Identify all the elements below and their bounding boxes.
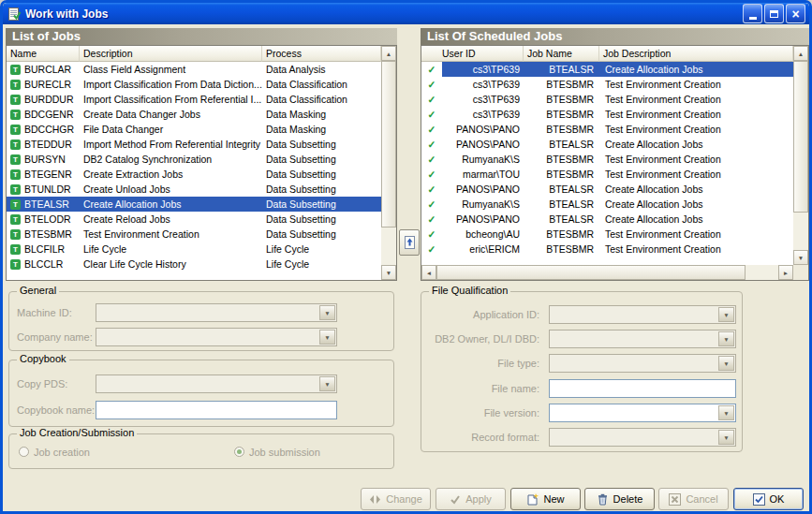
job-row[interactable]: TBURECLRImport Classification From Data … xyxy=(7,77,381,92)
scheduled-job-row[interactable]: ✓cs3\TP639BTESBMRTest Environment Creati… xyxy=(421,107,793,122)
new-button-label: New xyxy=(543,493,564,505)
scrollbar-thumb[interactable] xyxy=(436,265,746,280)
delete-icon xyxy=(597,493,609,506)
job-process-text: Data Subsetting xyxy=(262,182,381,197)
job-row[interactable]: TBTELODRCreate Reload JobsData Subsettin… xyxy=(7,212,381,227)
scheduled-job-row[interactable]: ✓bcheong\AUBTESBMRTest Environment Creat… xyxy=(421,227,793,242)
application-id-label: Application ID: xyxy=(429,305,539,324)
scheduled-job-cells: PANOS\PANOBTEALSRCreate Allocation Jobs xyxy=(442,137,793,152)
combo-arrow-icon: ▼ xyxy=(718,331,734,346)
job-row[interactable]: TBURDDURImport Classification From Refer… xyxy=(7,92,381,107)
job-name-cell: TBURSYN xyxy=(7,152,80,167)
job-name-cell: TBTELODR xyxy=(7,212,80,227)
job-type-icon: T xyxy=(10,65,21,75)
job-row[interactable]: TBLCFILRLife CycleLife Cycle xyxy=(7,242,381,257)
close-button[interactable]: × xyxy=(786,4,805,23)
scroll-down-button[interactable]: ▼ xyxy=(381,265,396,280)
job-row[interactable]: TBLCCLRClear Life Cycle HistoryLife Cycl… xyxy=(7,257,381,272)
scheduled-job-row[interactable]: ✓marmar\TOUBTESBMRTest Environment Creat… xyxy=(421,167,793,182)
scheduled-jobs-table-header: User ID Job Name Job Description xyxy=(421,46,793,62)
scheduled-job-row[interactable]: ✓RumyanaK\SBTEALSRCreate Allocation Jobs xyxy=(421,197,793,212)
copy-pds-label: Copy PDS: xyxy=(17,374,67,393)
scheduled-job-name-text: BTESBMR xyxy=(524,167,599,182)
minimize-button[interactable] xyxy=(743,4,762,23)
job-description-text: Create Extraction Jobs xyxy=(80,167,262,182)
company-name-label: Company name: xyxy=(17,328,93,346)
scheduled-job-row[interactable]: ✓RumyanaK\SBTESBMRTest Environment Creat… xyxy=(421,152,793,167)
change-icon xyxy=(369,494,381,505)
scheduled-job-row[interactable]: ✓PANOS\PANOBTEALSRCreate Allocation Jobs xyxy=(421,137,793,152)
scroll-up-button[interactable]: ▲ xyxy=(381,46,396,61)
job-description-text: Create Reload Jobs xyxy=(80,212,262,227)
column-header-process[interactable]: Process xyxy=(262,46,381,62)
scheduled-job-description-text: Test Environment Creation xyxy=(599,242,793,257)
job-type-icon: T xyxy=(10,140,21,150)
job-submission-label: Job submission xyxy=(249,443,320,462)
column-header-name[interactable]: Name xyxy=(7,46,80,62)
job-row[interactable]: TBTEDDURImport Method From Referential I… xyxy=(7,137,381,152)
scheduled-job-row[interactable]: ✓eric\ERICMBTESBMRTest Environment Creat… xyxy=(421,242,793,257)
scheduled-user-id-text: PANOS\PANO xyxy=(442,122,524,137)
file-version-combo[interactable]: ▼ xyxy=(549,404,736,422)
column-header-user-id[interactable]: User ID xyxy=(421,46,524,62)
job-row[interactable]: TBTEALSRCreate Allocation JobsData Subse… xyxy=(7,197,381,212)
job-process-text: Data Masking xyxy=(262,107,381,122)
job-name-cell: TBURECLR xyxy=(7,77,80,92)
job-process-text: Data Subsetting xyxy=(262,197,381,212)
job-name-text: BTUNLDR xyxy=(24,182,71,197)
titlebar: Work with Jobs × xyxy=(3,3,809,24)
scheduled-job-cells: cs3\TP639BTESBMRTest Environment Creatio… xyxy=(442,107,793,122)
combo-arrow-icon[interactable]: ▼ xyxy=(718,405,734,420)
delete-button-label: Delete xyxy=(613,493,643,505)
vertical-scrollbar[interactable]: ▲ ▼ xyxy=(381,46,396,280)
column-header-description[interactable]: Description xyxy=(80,46,262,62)
job-process-text: Life Cycle xyxy=(262,242,381,257)
scheduled-job-row[interactable]: ✓cs3\TP639BTESBMRTest Environment Creati… xyxy=(421,77,793,92)
job-type-icon: T xyxy=(10,95,21,105)
scrollbar-corner xyxy=(793,265,808,280)
copybook-name-input[interactable] xyxy=(96,401,337,419)
scroll-right-button[interactable]: ► xyxy=(778,265,793,280)
job-process-text: Data Subsetting xyxy=(262,152,381,167)
transfer-job-button[interactable] xyxy=(399,229,420,256)
column-header-job-name[interactable]: Job Name xyxy=(524,46,599,62)
maximize-button[interactable] xyxy=(764,4,784,23)
column-header-job-description[interactable]: Job Description xyxy=(599,46,793,62)
scroll-left-button[interactable]: ◄ xyxy=(421,265,436,280)
job-row[interactable]: TBURSYNDB2 Catalog SynchronizationData S… xyxy=(7,152,381,167)
scheduled-job-description-text: Test Environment Creation xyxy=(599,77,793,92)
scheduled-job-cells: marmar\TOUBTESBMRTest Environment Creati… xyxy=(442,167,793,182)
scrollbar-thumb[interactable] xyxy=(793,61,808,213)
scheduled-job-row[interactable]: ✓cs3\TP639BTEALSRCreate Allocation Jobs xyxy=(421,62,793,77)
scheduled-job-row[interactable]: ✓PANOS\PANOBTEALSRCreate Allocation Jobs xyxy=(421,212,793,227)
job-type-icon: T xyxy=(10,154,21,165)
job-row[interactable]: TBURCLARClass Field AssignmentData Analy… xyxy=(7,62,381,77)
scroll-down-button[interactable]: ▼ xyxy=(793,250,808,265)
new-button[interactable]: New xyxy=(510,488,581,510)
job-process-text: Data Subsetting xyxy=(262,212,381,227)
vertical-scrollbar[interactable]: ▲ ▼ xyxy=(793,46,808,265)
horizontal-scrollbar[interactable]: ◄ ► xyxy=(421,265,793,280)
job-row[interactable]: TBTESBMRTest Environment CreationData Su… xyxy=(7,227,381,242)
scheduled-job-description-text: Create Allocation Jobs xyxy=(599,197,793,212)
job-row[interactable]: TBTEGENRCreate Extraction JobsData Subse… xyxy=(7,167,381,182)
scheduled-job-row[interactable]: ✓PANOS\PANOBTESBMRTest Environment Creat… xyxy=(421,122,793,137)
job-description-text: Import Method From Referential Integrity xyxy=(80,137,262,152)
copy-pds-combo: ▼ xyxy=(96,374,337,393)
job-name-text: BLCFILR xyxy=(24,242,65,257)
scrollbar-thumb[interactable] xyxy=(381,61,396,228)
scroll-up-button[interactable]: ▲ xyxy=(793,46,808,61)
scheduled-job-row[interactable]: ✓PANOS\PANOBTEALSRCreate Allocation Jobs xyxy=(421,182,793,197)
ok-button[interactable]: OK xyxy=(733,488,804,510)
file-name-input[interactable] xyxy=(549,379,736,398)
scheduled-job-row[interactable]: ✓cs3\TP639BTESBMRTest Environment Creati… xyxy=(421,92,793,107)
job-process-text: Life Cycle xyxy=(262,257,381,272)
delete-button[interactable]: Delete xyxy=(584,488,655,510)
scheduled-job-cells: eric\ERICMBTESBMRTest Environment Creati… xyxy=(442,242,793,257)
job-row[interactable]: TBTUNLDRCreate Unload JobsData Subsettin… xyxy=(7,182,381,197)
job-row[interactable]: TBDCCHGRFile Data ChangerData Masking xyxy=(7,122,381,137)
scheduled-user-id-text: cs3\TP639 xyxy=(442,107,524,122)
apply-button-label: Apply xyxy=(465,493,492,505)
combo-arrow-icon: ▼ xyxy=(718,307,734,322)
job-row[interactable]: TBDCGENRCreate Data Changer JobsData Mas… xyxy=(7,107,381,122)
